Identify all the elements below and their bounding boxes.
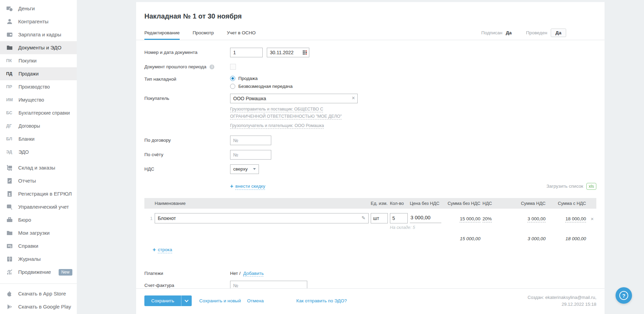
sidebar-item-abbr: ПД [6, 71, 14, 76]
discount-loadlist-row: + внести скидку Загрузить список xls [144, 183, 596, 190]
sidebar-item-certificates[interactable]: Справки [0, 240, 77, 253]
radio-label: Безвозмездная передача [238, 84, 293, 89]
item-sum-no-vat: 15 000,00 [444, 213, 480, 223]
document-number-input[interactable] [230, 48, 263, 57]
edo-help-link[interactable]: Как отправить по ЭДО? [296, 298, 347, 303]
wallet-icon [6, 31, 13, 38]
sidebar-item-sales[interactable]: ПД Продажи [0, 67, 77, 80]
plus-icon: + [153, 247, 156, 253]
item-unit-input[interactable] [371, 213, 388, 223]
sidebar-item-label: Регистрация в ЕГРЮЛ [18, 191, 72, 197]
tab-editing[interactable]: Редактирование [144, 30, 180, 40]
vat-mode-select[interactable]: сверху [230, 164, 259, 174]
sidebar-item-label: Деньги [18, 5, 35, 12]
sidebar-item-my-uploads[interactable]: Мои загрузки [0, 226, 77, 240]
item-qty-input[interactable] [390, 213, 408, 223]
card-lines-icon [6, 243, 13, 249]
item-price-field[interactable]: 3 000,00 [410, 213, 441, 223]
radio-unselected-icon[interactable] [230, 84, 235, 89]
consignee-payer-link[interactable]: Грузополучатель и плательщик: ООО Ромашк… [230, 122, 358, 129]
sidebar-item-management-accounting[interactable]: Управленческий учет [0, 200, 77, 213]
chart-growth-icon [6, 269, 13, 276]
total-vat-sum: 3 000,00 [504, 236, 546, 241]
sidebar-item-warehouse[interactable]: Склад и заказы [0, 161, 77, 174]
created-info: Создан: ekaterinaksylina@mail.ru, 29.12.… [528, 294, 596, 308]
pencil-icon[interactable]: ✎ [361, 215, 366, 221]
sidebar-item-documents-edo[interactable]: Документы и ЭДО [0, 41, 77, 54]
save-dropdown-button[interactable] [181, 295, 192, 306]
delete-row-icon[interactable]: × [588, 213, 596, 223]
shipper-supplier-link[interactable]: Грузоотправитель и поставщик: ОБЩЕСТВО С… [230, 106, 358, 120]
save-and-new-link[interactable]: Сохранить и новый [199, 298, 241, 303]
google-play-icon [6, 303, 13, 310]
calendar-icon[interactable] [303, 50, 307, 56]
save-button[interactable]: Сохранить [144, 295, 181, 306]
number-date-row: Номер и дата документа [144, 48, 596, 57]
payments-none-text: Нет / [230, 271, 241, 276]
xls-upload-button[interactable]: xls [586, 183, 596, 190]
item-name-input[interactable] [155, 213, 369, 223]
money-icon [6, 5, 13, 12]
briefcase-icon [6, 217, 13, 223]
folder-icon [6, 44, 13, 51]
sidebar-item-money[interactable]: Деньги [0, 2, 77, 15]
add-payment-link[interactable]: Добавить [243, 271, 264, 276]
radio-selected-icon[interactable] [230, 76, 235, 81]
total-sum-with-vat: 18 000,00 [548, 236, 586, 241]
sidebar-item-buro[interactable]: Бюро [0, 213, 77, 226]
sidebar: Деньги Контрагенты Зарплата и кадры Доку… [0, 0, 77, 314]
sidebar-item-edo[interactable]: ЭД ЭДО [0, 146, 77, 159]
radio-option-free-transfer[interactable]: Безвозмездная передача [230, 84, 293, 89]
past-period-checkbox[interactable] [230, 64, 236, 70]
buyer-input[interactable] [230, 94, 358, 103]
sidebar-item-accounting-certs[interactable]: БС Бухгалтерские справки [0, 106, 77, 119]
sidebar-item-label: Справки [18, 243, 38, 249]
sidebar-item-reports[interactable]: Отчеты [0, 174, 77, 187]
info-icon[interactable]: i [210, 65, 214, 69]
sidebar-item-production[interactable]: ПР Производство [0, 80, 77, 93]
posted-value-button[interactable]: Да [551, 28, 566, 37]
past-period-label-text: Документ прошлого периода [144, 64, 206, 69]
item-vat-rate-value[interactable]: 20% [482, 216, 492, 221]
item-sum-with-vat-value[interactable]: 18 000,00 [565, 216, 586, 221]
by-invoice-number-input[interactable] [230, 150, 271, 160]
sidebar-item-purchases[interactable]: ПК Покупки [0, 54, 77, 67]
radio-option-sale[interactable]: Продажа [230, 76, 293, 81]
sidebar-item-salary[interactable]: Зарплата и кадры [0, 28, 77, 41]
clear-icon[interactable]: × [352, 95, 355, 101]
contract-label: По договору [144, 136, 230, 143]
document-statuses: Подписан Да Проведен Да [481, 28, 566, 40]
contract-number-input[interactable] [230, 136, 271, 145]
question-mark-icon: ? [619, 291, 628, 300]
sidebar-item-abbr: БС [6, 111, 14, 115]
sidebar-item-contracts[interactable]: ДГ Договоры [0, 119, 77, 132]
tab-osno-accounting[interactable]: Учет в ОСНО [227, 30, 256, 40]
sidebar-item-contractors[interactable]: Контрагенты [0, 15, 77, 28]
sidebar-item-egrul-registration[interactable]: Регистрация в ЕГРЮЛ [0, 187, 77, 200]
cancel-link[interactable]: Отмена [247, 298, 264, 303]
book-icon [6, 256, 13, 263]
help-button[interactable]: ? [616, 287, 632, 304]
invoice-type-row: Тип накладной Продажа Безвозмездная пере… [144, 74, 596, 89]
sidebar-item-google-play[interactable]: Скачать в Google Play [0, 300, 77, 313]
sidebar-item-promotion[interactable]: Продвижение New [0, 266, 77, 279]
tabs-row: Редактирование Просмотр Учет в ОСНО Подп… [136, 28, 605, 40]
sidebar-item-label: Бюро [18, 217, 31, 223]
sidebar-item-label: Скачать в Google Play [18, 304, 71, 310]
created-datetime: 29.12.2022 15:18 [528, 301, 596, 308]
sidebar-item-label: Мои загрузки [18, 230, 50, 236]
form-footer: Сохранить Сохранить и новый Отмена Как о… [136, 288, 605, 314]
sidebar-item-property[interactable]: ИМ Имущество [0, 93, 77, 106]
folder-icon [6, 230, 13, 236]
item-vat-sum-value[interactable]: 3 000,00 [527, 216, 546, 221]
sidebar-item-abbr: ПК [6, 58, 14, 63]
add-row-link[interactable]: + строка [153, 247, 596, 253]
vat-row: НДС сверху [144, 164, 596, 174]
item-sum-no-vat-value[interactable]: 15 000,00 [460, 216, 480, 221]
tab-preview[interactable]: Просмотр [193, 30, 214, 40]
item-sum-with-vat: 18 000,00 [548, 213, 586, 223]
add-discount-link[interactable]: + внести скидку [230, 183, 265, 189]
sidebar-item-journals[interactable]: Журналы [0, 253, 77, 266]
sidebar-item-app-store[interactable]: Скачать в App Store [0, 287, 77, 300]
sidebar-item-forms[interactable]: БЛ Бланки [0, 132, 77, 146]
